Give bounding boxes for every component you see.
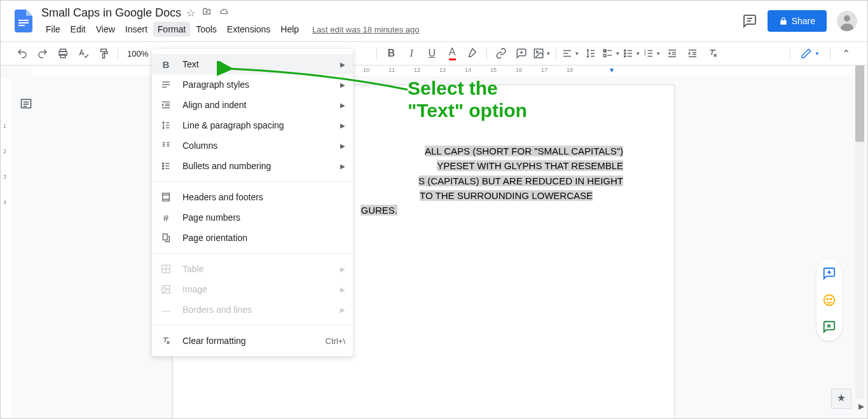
line-spacing-button[interactable] <box>582 45 600 62</box>
format-table-item: Table ▶ <box>152 259 353 279</box>
format-image-item: Image ▶ <box>152 279 353 299</box>
add-emoji-reaction-button[interactable] <box>822 292 837 308</box>
format-columns-item[interactable]: Columns ▶ <box>152 135 353 156</box>
highlight-button[interactable] <box>464 45 481 62</box>
menu-format[interactable]: Format <box>153 22 190 37</box>
format-paragraph-styles-item[interactable]: Paragraph styles ▶ <box>152 74 353 95</box>
undo-button[interactable] <box>13 45 31 62</box>
svg-point-49 <box>824 295 835 306</box>
move-icon[interactable] <box>202 7 212 19</box>
paint-format-button[interactable] <box>95 45 113 62</box>
text-color-button[interactable]: A <box>443 45 461 62</box>
bulleted-list-button[interactable]: ▼ <box>623 45 640 62</box>
svg-rect-2 <box>18 25 25 26</box>
scrollbar-thumb[interactable] <box>855 65 864 142</box>
docs-logo[interactable] <box>11 8 36 34</box>
submenu-arrow-icon: ▶ <box>340 81 345 88</box>
spellcheck-button[interactable] <box>74 45 92 62</box>
add-comment-margin-button[interactable] <box>822 266 837 281</box>
comment-history-icon[interactable] <box>742 13 757 29</box>
format-text-item[interactable]: B Text ▶ <box>152 54 353 74</box>
align-button[interactable]: ▼ <box>561 45 579 62</box>
clear-formatting-button[interactable] <box>704 45 722 62</box>
italic-button[interactable]: I <box>403 45 420 62</box>
format-clear-formatting-item[interactable]: Clear formatting Ctrl+\ <box>152 331 353 351</box>
menu-file[interactable]: File <box>41 22 65 37</box>
menu-help[interactable]: Help <box>276 22 303 37</box>
submenu-arrow-icon: ▶ <box>340 163 345 170</box>
menu-extensions[interactable]: Extensions <box>223 22 275 37</box>
svg-rect-20 <box>603 55 606 57</box>
collapse-toolbar-button[interactable]: ⌃ <box>837 45 855 62</box>
checklist-button[interactable]: ▼ <box>602 45 620 62</box>
menu-bar: File Edit View Insert Format Tools Exten… <box>41 22 742 37</box>
editing-mode-button[interactable]: ▼ <box>797 46 823 60</box>
doc-title[interactable]: Small Caps in Google Docs <box>41 6 181 20</box>
share-button[interactable]: Share <box>768 10 827 32</box>
vertical-ruler[interactable]: 1 2 3 4 <box>1 78 11 418</box>
print-button[interactable] <box>54 45 72 62</box>
insert-image-button[interactable]: ▼ <box>533 45 551 62</box>
orientation-icon <box>160 233 172 243</box>
svg-rect-74 <box>163 193 170 201</box>
explore-button[interactable] <box>831 388 851 409</box>
svg-text:2: 2 <box>644 52 647 56</box>
show-outline-button[interactable] <box>20 97 32 110</box>
numbered-list-button[interactable]: 12▼ <box>643 45 661 62</box>
svg-rect-1 <box>18 22 29 24</box>
add-comment-button[interactable] <box>513 45 530 62</box>
align-icon <box>160 100 172 110</box>
toolbar: 100%▼ B I U A ▼ ▼ ▼ ▼ 12▼ ▼ ⌃ <box>1 41 867 65</box>
svg-point-69 <box>162 165 163 167</box>
redo-button[interactable] <box>34 45 52 62</box>
svg-point-11 <box>536 51 538 53</box>
submenu-arrow-icon: ▶ <box>340 286 345 293</box>
svg-rect-0 <box>18 20 29 21</box>
star-icon[interactable]: ☆ <box>186 7 195 19</box>
header: Small Caps in Google Docs ☆ File Edit Vi… <box>1 1 867 41</box>
workspace: 9 10 11 12 13 14 15 16 17 18 ▾ 1 2 3 4 A… <box>1 65 867 418</box>
svg-point-24 <box>624 55 626 57</box>
vertical-scrollbar[interactable] <box>855 65 864 399</box>
menu-edit[interactable]: Edit <box>66 22 90 37</box>
headers-footers-icon <box>160 192 172 202</box>
svg-rect-77 <box>163 234 167 240</box>
columns-icon <box>160 141 172 151</box>
format-headers-footers-item[interactable]: Headers and footers <box>152 187 353 207</box>
suggest-edits-button[interactable] <box>822 319 837 334</box>
insert-link-button[interactable] <box>492 45 510 62</box>
menu-view[interactable]: View <box>92 22 120 37</box>
increase-indent-button[interactable] <box>684 45 701 62</box>
format-page-numbers-item[interactable]: # Page numbers <box>152 207 353 228</box>
decrease-indent-button[interactable] <box>663 45 681 62</box>
submenu-arrow-icon: ▶ <box>340 61 345 68</box>
margin-actions <box>816 259 842 341</box>
account-avatar[interactable] <box>837 11 857 31</box>
line-icon: — <box>160 305 172 315</box>
last-edit-link[interactable]: Last edit was 18 minutes ago <box>312 25 419 34</box>
menu-insert[interactable]: Insert <box>121 22 152 37</box>
format-bullets-numbering-item[interactable]: Bullets and numbering ▶ <box>152 156 353 176</box>
svg-point-50 <box>827 298 828 299</box>
format-align-indent-item[interactable]: Align and indent ▶ <box>152 95 353 115</box>
bullets-icon <box>160 161 172 171</box>
format-page-orientation-item[interactable]: Page orientation <box>152 228 353 248</box>
format-line-spacing-item[interactable]: Line & paragraph spacing ▶ <box>152 115 353 135</box>
svg-point-68 <box>162 163 163 164</box>
lock-icon <box>779 17 788 25</box>
underline-button[interactable]: U <box>423 45 441 62</box>
cloud-status-icon[interactable] <box>218 7 230 19</box>
submenu-arrow-icon: ▶ <box>340 306 345 313</box>
svg-point-70 <box>162 168 163 169</box>
format-menu-dropdown: B Text ▶ Paragraph styles ▶ Align and in… <box>152 49 353 356</box>
svg-point-22 <box>624 50 626 51</box>
submenu-arrow-icon: ▶ <box>340 266 345 273</box>
right-indent-marker[interactable]: ▾ <box>610 65 614 74</box>
title-area: Small Caps in Google Docs ☆ File Edit Vi… <box>41 5 742 37</box>
scroll-right-button[interactable]: ▶ <box>858 402 864 411</box>
paragraph-styles-icon <box>160 79 172 90</box>
bold-icon: B <box>160 59 172 70</box>
hash-icon: # <box>160 212 172 223</box>
menu-tools[interactable]: Tools <box>191 22 221 37</box>
bold-button[interactable]: B <box>382 45 400 62</box>
